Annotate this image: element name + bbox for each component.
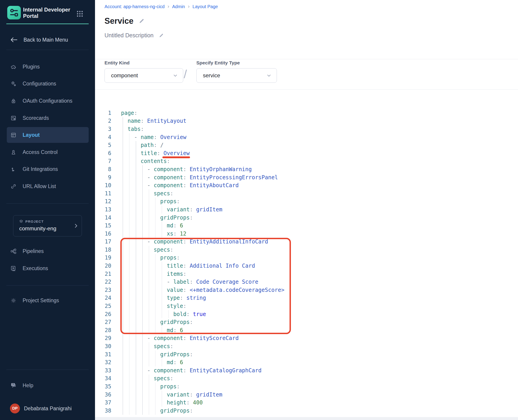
line-number: 12: [97, 198, 111, 205]
code-line[interactable]: 5path: /: [95, 141, 518, 149]
back-label: Back to Main Menu: [23, 37, 68, 43]
sidebar-item-help[interactable]: ? Help: [0, 377, 95, 393]
code-line[interactable]: 11specs:: [95, 189, 518, 198]
entity-kind-select[interactable]: component: [105, 68, 183, 83]
line-number: 13: [97, 206, 111, 213]
line-number: 35: [97, 383, 111, 390]
line-number: 2: [97, 118, 111, 124]
line-number: 17: [97, 239, 111, 245]
entity-type-select[interactable]: service: [196, 68, 277, 83]
sidebar-item-project-settings[interactable]: Project Settings: [0, 292, 95, 308]
line-number: 36: [97, 391, 111, 398]
code-line[interactable]: 4- name: Overview: [95, 133, 518, 141]
divider: [6, 370, 89, 370]
executions-icon: [10, 265, 17, 271]
line-number: 32: [97, 359, 111, 366]
apps-grid-icon[interactable]: [76, 10, 83, 17]
person-icon: [10, 149, 17, 155]
line-number: 28: [97, 327, 111, 333]
layers-icon: [19, 219, 23, 223]
idp-logo: [7, 6, 21, 19]
line-number: 22: [97, 279, 111, 285]
divider: [95, 59, 518, 59]
line-number: 23: [97, 287, 111, 293]
code-line[interactable]: 13variant: gridItem: [95, 205, 518, 214]
line-number: 29: [97, 335, 111, 341]
back-to-main-menu[interactable]: Back to Main Menu: [0, 32, 95, 48]
code-line[interactable]: 30specs:: [95, 342, 518, 350]
sidebar-item-label: Access Control: [23, 149, 58, 155]
editor-bottom-strip: [95, 417, 518, 420]
entity-type-label: Specify Entity Type: [196, 60, 240, 66]
line-number: 20: [97, 263, 111, 269]
line-number: 11: [97, 190, 111, 197]
chevron-separator-icon: ›: [168, 4, 169, 9]
code-line[interactable]: 36variant: gridItem: [95, 391, 518, 399]
page-description: Untitled Description: [105, 32, 154, 39]
sidebar-item-scorecards[interactable]: Scorecards: [0, 110, 95, 126]
edit-description-pencil-icon[interactable]: [159, 33, 164, 38]
breadcrumb-layout-page-link[interactable]: Layout Page: [192, 4, 218, 9]
sliders-logo-icon: [7, 6, 21, 19]
chevron-separator-icon: ›: [188, 4, 190, 9]
sidebar-item-executions[interactable]: Executions: [0, 260, 95, 276]
breadcrumb: Account: app-harness-ng-cicd › Admin › L…: [105, 4, 218, 9]
line-number: 18: [97, 247, 111, 253]
code-line[interactable]: 37height: 400: [95, 398, 518, 407]
line-number: 15: [97, 222, 111, 229]
sidebar-item-configurations[interactable]: Configurations: [0, 76, 95, 91]
layout-icon: [10, 132, 17, 138]
code-line[interactable]: 7contents:: [95, 157, 518, 165]
code-line[interactable]: 29- component: EntityScoreCard: [95, 334, 518, 343]
code-line[interactable]: 6title: Overview: [95, 149, 518, 157]
page-title: Service: [105, 16, 133, 26]
code-line[interactable]: 10- component: EntityAboutCard: [95, 181, 518, 189]
sidebar-item-access-control[interactable]: Access Control: [0, 144, 95, 160]
line-number: 25: [97, 303, 111, 309]
back-arrow-icon: [10, 37, 18, 43]
sidebar-item-label: Configurations: [23, 81, 56, 87]
lock-icon: [10, 98, 17, 104]
code-line[interactable]: 12props:: [95, 198, 518, 206]
code-line[interactable]: 14gridProps:: [95, 214, 518, 222]
code-line[interactable]: 1page:: [95, 109, 518, 117]
gear-icon: [10, 297, 17, 304]
entity-kind-label: Entity Kind: [105, 60, 130, 66]
edit-title-pencil-icon[interactable]: [138, 18, 145, 24]
line-number: 27: [97, 319, 111, 325]
red-underline-annotation: [162, 157, 190, 158]
sidebar-item-pipelines[interactable]: Pipelines: [0, 243, 95, 259]
code-line[interactable]: 9- component: EntityProcessingErrorsPane…: [95, 173, 518, 181]
project-selector[interactable]: PROJECT community-eng: [13, 215, 82, 236]
line-number: 5: [97, 142, 111, 148]
code-line[interactable]: 8- component: EntityOrphanWarning: [95, 165, 518, 173]
code-line[interactable]: 16xs: 12: [95, 230, 518, 238]
sidebar-item-oauth-configurations[interactable]: OAuth Configurations: [0, 93, 95, 109]
sidebar-item-git-integrations[interactable]: Git Integrations: [0, 161, 95, 177]
line-number: 33: [97, 367, 111, 374]
code-line[interactable]: 31gridProps:: [95, 350, 518, 359]
user-menu[interactable]: DP Debabrata Panigrahi: [0, 401, 95, 416]
code-line[interactable]: 15md: 6: [95, 222, 518, 230]
avatar: DP: [10, 404, 20, 413]
sidebar-item-layout[interactable]: Layout: [7, 127, 89, 143]
breadcrumb-account-link[interactable]: Account: app-harness-ng-cicd: [105, 4, 165, 9]
code-line[interactable]: 34specs:: [95, 375, 518, 383]
code-line[interactable]: 33- component: EntityCatalogGraphCard: [95, 367, 518, 375]
sidebar-item-plugins[interactable]: Plugins: [0, 59, 95, 75]
line-number: 30: [97, 343, 111, 349]
sidebar-item-url-allow-list[interactable]: URL Allow List: [0, 178, 95, 194]
line-number: 10: [97, 182, 111, 188]
line-number: 19: [97, 255, 111, 261]
project-label: PROJECT: [25, 219, 44, 223]
help-chat-icon: ?: [10, 382, 17, 389]
code-line[interactable]: 2name: EntityLayout: [95, 117, 518, 125]
line-number: 26: [97, 311, 111, 317]
code-line[interactable]: 38gridProps:: [95, 407, 518, 415]
chevron-down-icon: [266, 73, 272, 78]
code-line[interactable]: 32md: 6: [95, 358, 518, 367]
code-line[interactable]: 3tabs:: [95, 125, 518, 133]
code-line[interactable]: 35props:: [95, 382, 518, 391]
project-name: community-eng: [19, 225, 56, 232]
breadcrumb-admin-link[interactable]: Admin: [172, 4, 185, 9]
